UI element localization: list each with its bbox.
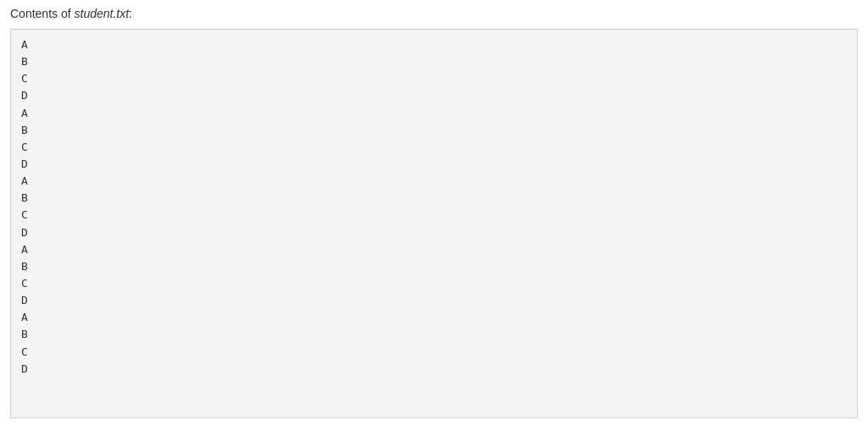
content-line: D: [21, 87, 847, 104]
header-suffix: :: [129, 7, 132, 20]
content-line: C: [21, 275, 847, 292]
content-line: C: [21, 207, 847, 224]
content-line: D: [21, 156, 847, 173]
content-line: D: [21, 292, 847, 309]
content-line: D: [21, 224, 847, 241]
content-line: A: [21, 173, 847, 190]
content-line: A: [21, 241, 847, 258]
content-line: D: [21, 361, 847, 378]
header-prefix: Contents of: [10, 7, 75, 20]
content-line: C: [21, 139, 847, 156]
page-header: Contents of student.txt:: [10, 7, 858, 20]
content-line: B: [21, 190, 847, 207]
content-line: A: [21, 105, 847, 122]
content-line: B: [21, 326, 847, 343]
content-line: C: [21, 70, 847, 87]
content-line: A: [21, 36, 847, 53]
content-line: C: [21, 344, 847, 361]
content-line: A: [21, 309, 847, 326]
filename: student.txt: [75, 7, 130, 20]
content-line: B: [21, 258, 847, 275]
content-box: ABCDABCDABCDABCDABCD: [10, 29, 858, 418]
content-line: B: [21, 53, 847, 70]
content-line: B: [21, 122, 847, 139]
